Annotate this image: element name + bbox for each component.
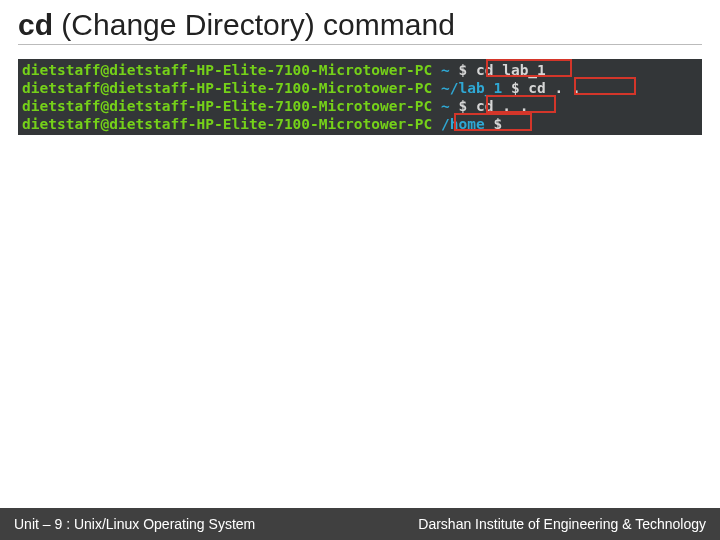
footer-bar: Unit – 9 : Unix/Linux Operating System D… bbox=[0, 508, 720, 540]
slide-title: cd (Change Directory) command bbox=[18, 8, 702, 42]
prompt-path: ~ bbox=[441, 62, 450, 78]
footer-left: Unit – 9 : Unix/Linux Operating System bbox=[14, 516, 255, 532]
prompt-path: ~/lab_1 bbox=[441, 80, 502, 96]
slide: cd (Change Directory) command dietstaff@… bbox=[0, 0, 720, 540]
prompt-path: ~ bbox=[441, 98, 450, 114]
prompt-symbol: $ bbox=[493, 116, 502, 132]
prompt-symbol: $ bbox=[459, 98, 468, 114]
command-text: cd . . bbox=[476, 98, 528, 114]
prompt-user: dietstaff@dietstaff-HP-Elite-7100-Microt… bbox=[22, 62, 432, 78]
terminal-screenshot: dietstaff@dietstaff-HP-Elite-7100-Microt… bbox=[18, 59, 702, 135]
terminal-line: dietstaff@dietstaff-HP-Elite-7100-Microt… bbox=[22, 97, 698, 115]
prompt-user: dietstaff@dietstaff-HP-Elite-7100-Microt… bbox=[22, 80, 432, 96]
terminal-line: dietstaff@dietstaff-HP-Elite-7100-Microt… bbox=[22, 115, 698, 133]
prompt-path: /home bbox=[441, 116, 485, 132]
title-bold: cd bbox=[18, 8, 53, 41]
title-area: cd (Change Directory) command bbox=[0, 0, 720, 49]
command-text: cd lab_1 bbox=[476, 62, 546, 78]
prompt-user: dietstaff@dietstaff-HP-Elite-7100-Microt… bbox=[22, 98, 432, 114]
footer-right: Darshan Institute of Engineering & Techn… bbox=[418, 516, 706, 532]
command-text: cd . . bbox=[528, 80, 580, 96]
prompt-symbol: $ bbox=[511, 80, 520, 96]
prompt-user: dietstaff@dietstaff-HP-Elite-7100-Microt… bbox=[22, 116, 432, 132]
terminal-line: dietstaff@dietstaff-HP-Elite-7100-Microt… bbox=[22, 61, 698, 79]
title-rest: (Change Directory) command bbox=[53, 8, 455, 41]
title-underline bbox=[18, 44, 702, 45]
content-area: dietstaff@dietstaff-HP-Elite-7100-Microt… bbox=[0, 49, 720, 508]
terminal-line: dietstaff@dietstaff-HP-Elite-7100-Microt… bbox=[22, 79, 698, 97]
prompt-symbol: $ bbox=[459, 62, 468, 78]
